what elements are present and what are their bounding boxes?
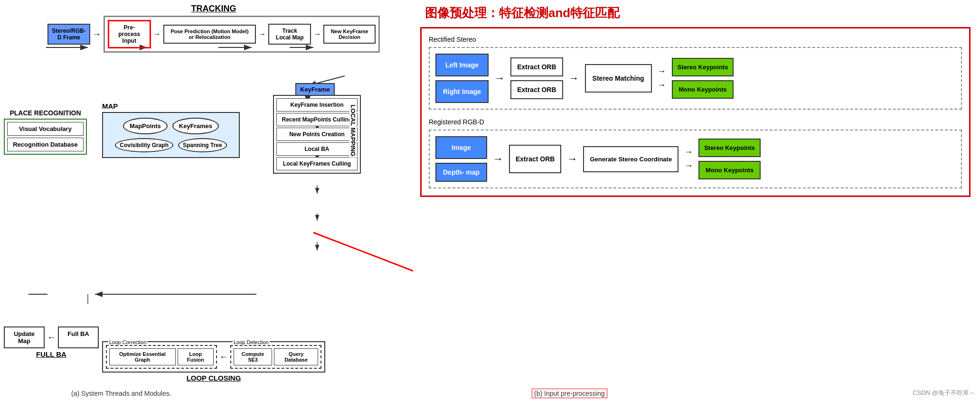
registered-section: Image Depth- map → Extract ORB → Generat…: [429, 130, 962, 188]
spanning-oval: Spanning Tree: [178, 138, 227, 152]
stereo-matching-box: Stereo Matching: [585, 64, 652, 93]
loop-closing-label: LOOP CLOSING: [102, 374, 325, 382]
tracking-section: TRACKING Stereo/RGB-D Frame → Pre-proces…: [47, 4, 380, 53]
output-group-1: Stereo Keypoints Mono Keypoints: [672, 58, 734, 99]
caption-a: (a) System Threads and Modules.: [71, 390, 171, 397]
keyframes-oval: KeyFrames: [172, 118, 219, 134]
depth-map-box: Depth- map: [435, 163, 487, 182]
svg-line-8: [313, 233, 413, 280]
tracking-label: TRACKING: [47, 4, 380, 14]
registered-arrows: → →: [684, 147, 693, 171]
generate-stereo-box: Generate Stereo Coordinate: [583, 146, 678, 172]
compute-se3-box: Compute SE3: [234, 348, 272, 365]
full-ba-label: FULL BA: [4, 350, 99, 358]
registered-label: Registered RGB-D: [429, 118, 962, 126]
mono-keypoints-1-box: Mono Keypoints: [672, 80, 734, 99]
new-keyframe-box: New KeyFrame Decision: [323, 25, 376, 44]
local-mapping-label: LOCAL MAPPING: [349, 103, 357, 157]
recognition-db-box: Recognition Database: [7, 138, 84, 151]
preprocess-box: Pre-process Input: [108, 20, 151, 48]
loop-correction-label: Loop Correction: [108, 339, 147, 345]
keyframe-insertion-box: KeyFrame Insertion: [276, 98, 358, 112]
local-ba-box: Local BA: [276, 142, 358, 156]
caption-b-text: (b) Input pre-processing: [532, 389, 607, 398]
rectified-label: Rectified Stereo: [429, 36, 962, 43]
place-recognition-section: PLACE RECOGNITION Visual Vocabulary Reco…: [4, 109, 87, 155]
loop-closing-box: Loop Correction Optimize Essential Graph…: [102, 341, 325, 373]
full-ba-box: Full BA: [58, 326, 99, 348]
stereo-keypoints-1-box: Stereo Keypoints: [672, 58, 734, 76]
loop-detection-box: Loop Detection Compute SE3 Query Databas…: [230, 345, 321, 369]
caption-b: (b) Input pre-processing: [532, 390, 607, 397]
right-content-box: Rectified Stereo Left Image Right Image …: [420, 27, 971, 197]
output-group-2: Stereo Keypoints Mono Keypoints: [698, 139, 761, 179]
image-group-registered: Image Depth- map: [435, 136, 487, 182]
extract-orb-1-box: Extract ORB: [510, 57, 563, 76]
full-ba-section: Update Map ← Full BA FULL BA: [4, 326, 99, 358]
update-map-box: Update Map: [4, 326, 45, 348]
place-recognition-label: PLACE RECOGNITION: [4, 109, 87, 117]
image-group-rectified: Left Image Right Image: [435, 54, 489, 103]
extract-orb-3-box: Extract ORB: [509, 145, 561, 173]
loop-detection-label: Loop Detection: [233, 339, 270, 345]
mono-keypoints-2-box: Mono Keypoints: [698, 161, 761, 179]
local-mapping-section: LOCAL MAPPING KeyFrame Insertion Recent …: [273, 95, 361, 174]
extract-orb-group-1: Extract ORB Extract ORB: [510, 57, 563, 99]
pose-prediction-box: Pose Prediction (Motion Model) or Reloca…: [163, 25, 256, 44]
stereo-frame-box: Stereo/RGB-D Frame: [47, 24, 90, 45]
mappoints-oval: MapPoints: [123, 118, 168, 134]
track-local-map-box: Track Local Map: [268, 24, 311, 45]
visual-vocabulary-box: Visual Vocabulary: [7, 122, 84, 136]
local-mapping-box: LOCAL MAPPING KeyFrame Insertion Recent …: [273, 95, 361, 174]
watermark: CSDN @兔子不吃草～: [913, 389, 975, 397]
main-container: TRACKING Stereo/RGB-D Frame → Pre-proces…: [0, 0, 980, 401]
covisibility-oval: Covisibility Graph: [115, 138, 173, 152]
new-points-creation-box: New Points Creation: [276, 128, 358, 141]
rectified-section: Left Image Right Image → Extract ORB Ext…: [429, 47, 962, 110]
loop-correction-box: Loop Correction Optimize Essential Graph…: [106, 345, 217, 369]
local-keyframes-culling-box: Local KeyFrames Culling: [276, 157, 358, 170]
extract-orb-2-box: Extract ORB: [510, 80, 563, 99]
recent-mappoints-box: Recent MapPoints Culling: [276, 113, 358, 126]
image-box: Image: [435, 136, 487, 159]
keyframe-badge: KeyFrame: [295, 83, 335, 96]
stereo-keypoints-2-box: Stereo Keypoints: [698, 139, 761, 157]
right-image-box: Right Image: [435, 80, 489, 103]
left-image-box: Left Image: [435, 54, 489, 76]
map-box: MapPoints KeyFrames Covisibility Graph S…: [102, 112, 240, 158]
right-title: 图像预处理：特征检测and特征匹配: [425, 5, 975, 21]
loop-closing-section: Loop Correction Optimize Essential Graph…: [102, 341, 325, 382]
left-panel: TRACKING Stereo/RGB-D Frame → Pre-proces…: [0, 0, 413, 401]
map-section: MAP MapPoints KeyFrames Covisibility Gra…: [102, 102, 240, 158]
stereo-arrows: → →: [658, 66, 666, 90]
right-panel: 图像预处理：特征检测and特征匹配 Rectified Stereo Left …: [413, 0, 980, 401]
query-database-box: Query Database: [274, 348, 318, 365]
optimize-essential-box: Optimize Essential Graph: [109, 348, 176, 365]
loop-fusion-box: Loop Fusion: [178, 348, 214, 365]
map-label: MAP: [102, 102, 240, 110]
place-recognition-box: Visual Vocabulary Recognition Database: [4, 119, 87, 155]
